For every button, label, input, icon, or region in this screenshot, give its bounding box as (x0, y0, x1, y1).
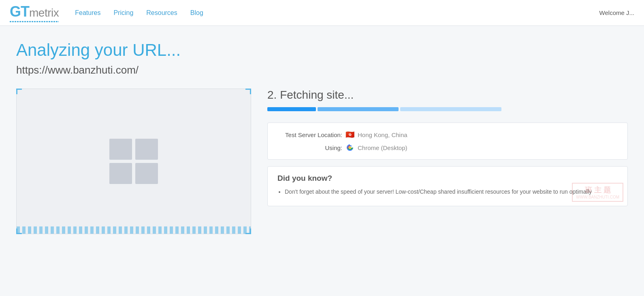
step-heading: 2. Fetching site... (267, 89, 628, 101)
placeholder-block-1 (109, 139, 132, 160)
logo-underline (10, 21, 59, 22)
main-nav: Features Pricing Resources Blog (75, 9, 599, 17)
header: GTmetrix Features Pricing Resources Blog… (0, 0, 644, 26)
corner-br (245, 228, 251, 234)
using-row: Using: Chrome (Desktop) (277, 143, 618, 152)
server-location-label: Test Server Location: (277, 131, 342, 138)
content-row: 2. Fetching site... Test Server Location… (16, 89, 628, 234)
chrome-icon (345, 143, 354, 152)
nav-pricing[interactable]: Pricing (113, 9, 133, 17)
right-panel: 2. Fetching site... Test Server Location… (267, 89, 628, 206)
progress-segment-2 (318, 107, 399, 111)
placeholder-block-4 (135, 163, 158, 184)
did-you-know-title: Did you know? (277, 174, 618, 183)
corner-tl (16, 89, 22, 94)
did-you-know-item-1: Don't forget about the speed of your ser… (285, 188, 618, 196)
progress-segment-3 (400, 107, 501, 111)
welcome-text: Welcome J... (599, 9, 634, 16)
screenshot-placeholder (109, 139, 158, 184)
page-title: Analyzing your URL... (16, 40, 628, 60)
svg-point-2 (349, 147, 351, 149)
screenshot-panel (16, 89, 251, 234)
server-location-value: Hong Kong, China (358, 131, 407, 138)
logo-metrix: metrix (29, 6, 59, 19)
corner-bl (16, 228, 22, 234)
screenshot-bottom-dots (17, 226, 251, 234)
nav-resources[interactable]: Resources (146, 9, 177, 17)
using-value: Chrome (Desktop) (358, 144, 407, 151)
corner-tr (245, 89, 251, 94)
progress-bar (267, 107, 628, 111)
info-card: Test Server Location: 🇭🇰 Hong Kong, Chin… (267, 123, 628, 160)
placeholder-block-2 (135, 139, 158, 160)
logo[interactable]: GTmetrix (10, 3, 59, 22)
flag-icon: 🇭🇰 (345, 130, 354, 139)
nav-features[interactable]: Features (75, 9, 100, 17)
page-url: https://www.banzhuti.com/ (16, 64, 628, 76)
logo-gt: GT (10, 3, 29, 20)
did-you-know-card: Did you know? Don't forget about the spe… (267, 166, 628, 206)
placeholder-block-3 (109, 163, 132, 184)
using-label: Using: (277, 144, 342, 151)
main-content: Analyzing your URL... https://www.banzhu… (0, 26, 644, 296)
nav-blog[interactable]: Blog (190, 9, 203, 17)
server-location-row: Test Server Location: 🇭🇰 Hong Kong, Chin… (277, 130, 618, 139)
progress-segment-1 (267, 107, 316, 111)
did-you-know-text: Don't forget about the speed of your ser… (277, 188, 618, 196)
